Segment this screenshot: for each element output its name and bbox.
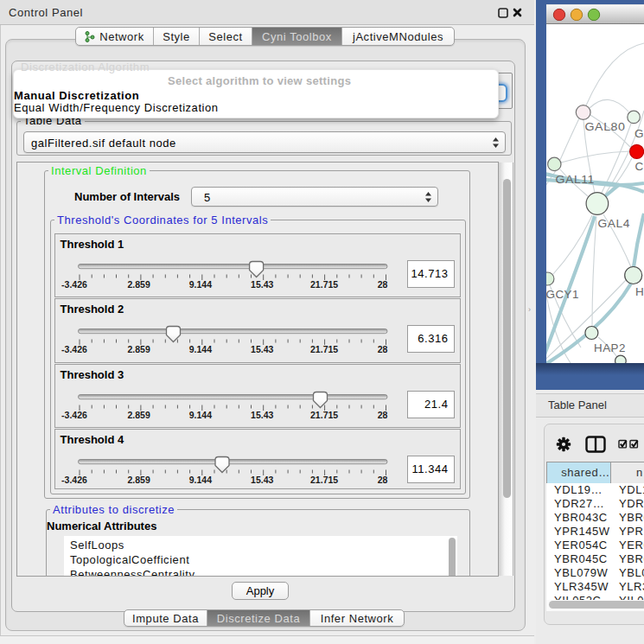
svg-text:HAP2: HAP2 [594,341,626,354]
svg-text:GA: GA [634,127,644,140]
svg-text:GCY1: GCY1 [546,288,579,301]
svg-text:GAL4: GAL4 [598,217,631,230]
svg-text:GAL80: GAL80 [585,120,626,133]
svg-text:GAL11: GAL11 [556,173,596,186]
svg-text:H: H [635,285,644,298]
svg-text:C: C [635,160,644,173]
